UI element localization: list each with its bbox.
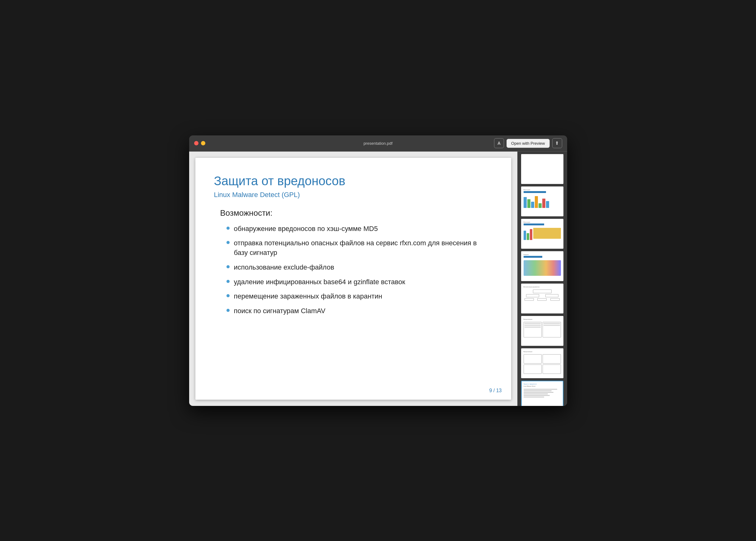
bar xyxy=(527,233,529,240)
thumb-grid-7 xyxy=(524,354,561,374)
thumb-content-4: Нагрузка xyxy=(522,252,563,280)
thumb-text-3: Мониторинг xyxy=(524,221,561,223)
thumb-line xyxy=(524,390,552,391)
bar xyxy=(527,199,530,208)
pdf-viewer: Защита от вредоносов Linux Malware Detec… xyxy=(189,152,517,406)
thumb-combo-3 xyxy=(524,228,561,240)
close-button[interactable] xyxy=(194,141,198,145)
thumb-cell xyxy=(543,354,561,363)
thumbnail-4[interactable]: Нагрузка xyxy=(521,251,564,281)
thumb-cell xyxy=(524,364,542,374)
thumb-content-3: Мониторинг xyxy=(522,220,563,248)
section-heading: Возможности: xyxy=(220,208,492,218)
bullet-text-1: обнаружение вредоносов по хэш-сумме MD5 xyxy=(234,224,378,234)
thumbnail-6[interactable]: Виртуализация xyxy=(521,316,564,346)
share-button[interactable]: ⬆ xyxy=(552,138,562,148)
thumb-line xyxy=(524,395,550,396)
list-item: обнаружение вредоносов по хэш-сумме MD5 xyxy=(226,224,492,234)
bar xyxy=(542,199,545,208)
thumb-bars-2 xyxy=(524,196,561,208)
thumb-line xyxy=(524,392,554,393)
thumb-diagram-5 xyxy=(524,289,561,301)
acrobat-button[interactable]: A xyxy=(494,138,504,148)
thumb-diagram-6 xyxy=(524,322,561,337)
thumb-table-3 xyxy=(533,228,561,239)
thumb-text-4: Нагрузка xyxy=(524,254,561,255)
thumb-line xyxy=(524,389,557,390)
list-item: поиск по сигнатурам ClamAV xyxy=(226,306,492,316)
thumb-content-8: Защита от вредоносов Linux Malware Detec… xyxy=(522,381,563,406)
thumb-content-2: Мониторинг xyxy=(522,187,563,216)
bullet-text-2: отправка потенциально опасных файлов на … xyxy=(234,239,492,258)
titlebar-actions: A Open with Preview ⬆ xyxy=(494,138,562,148)
thumb-title-2 xyxy=(524,191,546,193)
bullet-dot xyxy=(226,241,230,244)
bar xyxy=(535,196,538,208)
thumb-content-1 xyxy=(522,155,563,183)
pdf-page: Защита от вредоносов Linux Malware Detec… xyxy=(195,158,511,400)
inner-line xyxy=(525,323,541,324)
thumb-box xyxy=(537,298,547,301)
thumbnail-8[interactable]: Защита от вредоносов Linux Malware Detec… xyxy=(521,381,564,406)
thumb-box xyxy=(526,294,539,297)
thumb-cell xyxy=(524,354,542,363)
bar xyxy=(524,231,526,240)
bullet-list: обнаружение вредоносов по хэш-сумме MD5 … xyxy=(226,224,492,316)
list-item: перемещение зараженных файлов в карантин xyxy=(226,292,492,301)
thumb-row2-5 xyxy=(524,298,561,301)
sidebar-thumbnails: Мониторинг Мониторинг xyxy=(517,152,567,406)
page-title: Защита от вредоносов xyxy=(214,173,492,188)
thumb-text-6: Виртуализация xyxy=(524,318,561,320)
window-controls xyxy=(194,141,205,145)
thumb-box-6b xyxy=(543,322,561,337)
main-area: Защита от вредоносов Linux Malware Detec… xyxy=(189,152,567,406)
thumb-row-5 xyxy=(524,294,561,297)
thumbnail-2[interactable]: Мониторинг xyxy=(521,187,564,216)
acrobat-icon: A xyxy=(497,141,501,146)
thumb-text-8a: Защита от вредоносов xyxy=(524,383,561,385)
bullet-dot xyxy=(226,294,230,297)
thumb-boxes-6 xyxy=(524,322,561,337)
open-preview-button[interactable]: Open with Preview xyxy=(506,139,549,148)
thumb-line xyxy=(524,396,544,397)
thumb-lines-8 xyxy=(524,389,561,397)
thumb-bars-3 xyxy=(524,229,532,240)
bullet-text-6: поиск по сигнатурам ClamAV xyxy=(234,306,326,316)
thumb-title-3 xyxy=(524,224,544,226)
thumb-content-7: Виртуализация xyxy=(522,349,563,377)
thumbnail-1[interactable] xyxy=(521,154,564,184)
thumbnail-7[interactable]: Виртуализация xyxy=(521,348,564,378)
bar xyxy=(539,203,542,208)
thumbnail-3[interactable]: Мониторинг xyxy=(521,219,564,249)
inner-line xyxy=(525,326,541,328)
inner-line xyxy=(525,325,541,326)
thumb-text-7: Виртуализация xyxy=(524,351,561,352)
list-item: использование exclude-файлов xyxy=(226,263,492,272)
thumb-chart-4 xyxy=(524,260,561,276)
inner-line xyxy=(544,325,560,326)
list-item: отправка потенциально опасных файлов на … xyxy=(226,239,492,258)
titlebar: presentation.pdf A Open with Preview ⬆ xyxy=(189,135,567,152)
thumb-box xyxy=(545,294,559,297)
thumb-box xyxy=(525,298,534,301)
thumb-text-5: Автоматизация управления xyxy=(524,286,561,287)
thumbnail-5[interactable]: Автоматизация управления xyxy=(521,283,564,313)
bar xyxy=(546,201,549,208)
thumb-content-5: Автоматизация управления xyxy=(522,284,563,313)
bar xyxy=(524,197,527,208)
list-item: удаление инфицированных base64 и gzinfla… xyxy=(226,277,492,287)
thumb-text-2: Мониторинг xyxy=(524,189,561,191)
minimize-button[interactable] xyxy=(201,141,205,145)
bullet-text-3: использование exclude-файлов xyxy=(234,263,335,272)
thumb-box-6a xyxy=(524,322,542,337)
bullet-dot xyxy=(226,265,230,268)
bullet-dot xyxy=(226,227,230,230)
bullet-text-4: удаление инфицированных base64 и gzinfla… xyxy=(234,277,405,287)
share-icon: ⬆ xyxy=(555,140,559,146)
thumb-content-6: Виртуализация xyxy=(522,316,563,345)
app-window: presentation.pdf A Open with Preview ⬆ З… xyxy=(189,135,567,406)
bullet-text-5: перемещение зараженных файлов в карантин xyxy=(234,292,382,301)
thumb-box xyxy=(550,298,560,301)
window-title: presentation.pdf xyxy=(364,141,392,146)
thumb-box xyxy=(533,289,552,293)
